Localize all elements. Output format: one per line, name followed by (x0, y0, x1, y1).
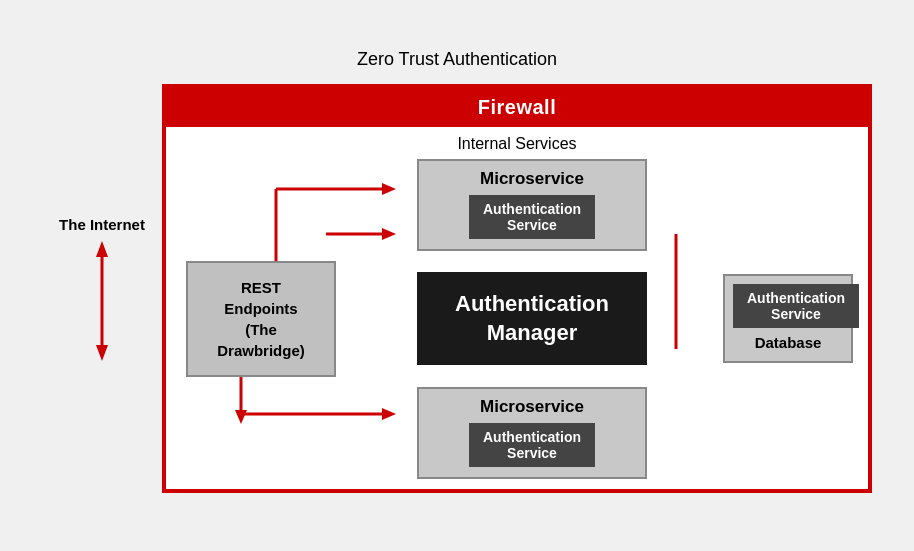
auth-service-bottom-badge: AuthenticationService (469, 423, 595, 467)
auth-manager-label: Authentication Manager (455, 291, 609, 345)
diagram-title: Zero Trust Authentication (42, 49, 872, 70)
outer-container: The Internet Firewall Internal Services (42, 84, 872, 493)
center-col: Microservice AuthenticationService Authe… (346, 159, 718, 479)
drawbridge-box: REST Endpoints(The Drawbridge) (186, 261, 336, 377)
left-col: REST Endpoints(The Drawbridge) (176, 159, 346, 479)
svg-marker-2 (96, 345, 108, 361)
svg-marker-1 (96, 241, 108, 257)
drawbridge-label: REST Endpoints(The Drawbridge) (217, 279, 305, 359)
auth-service-db-badge: AuthenticationService (733, 284, 859, 328)
database-box: AuthenticationService Database (723, 274, 853, 363)
microservice-top: Microservice AuthenticationService (417, 159, 647, 251)
internet-label: The Internet (59, 216, 145, 233)
diagram-wrapper: Zero Trust Authentication The Internet F… (22, 39, 892, 513)
internet-side: The Internet (42, 84, 162, 493)
firewall-box: Firewall Internal Services (162, 84, 872, 493)
auth-manager-box: Authentication Manager (417, 272, 647, 365)
microservice-bottom-label: Microservice (429, 397, 635, 417)
database-label: Database (733, 334, 843, 351)
right-col: AuthenticationService Database (718, 159, 858, 479)
microservice-top-label: Microservice (429, 169, 635, 189)
microservice-bottom: Microservice AuthenticationService (417, 387, 647, 479)
inner-content: REST Endpoints(The Drawbridge) Microserv… (166, 159, 868, 489)
firewall-header: Firewall (166, 88, 868, 127)
auth-service-top-badge: AuthenticationService (469, 195, 595, 239)
internal-services-label: Internal Services (166, 127, 868, 159)
